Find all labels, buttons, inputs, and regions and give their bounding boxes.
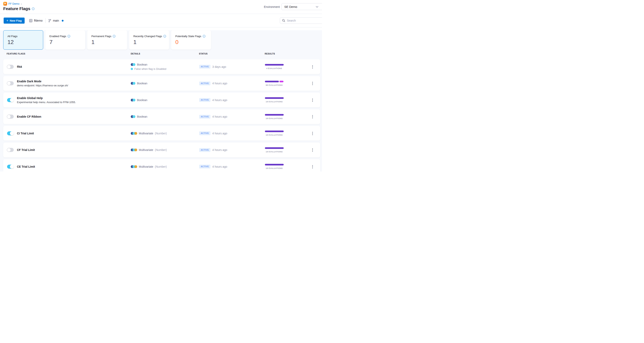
breadcrumb-chevron-icon: › — [21, 2, 22, 5]
results-bar — [265, 147, 284, 149]
flag-type-label: Multivariate — [139, 148, 153, 152]
status-badge: ACTIVE — [199, 115, 210, 119]
feature-flags-page: FF Demo › Feature Flags Environment SE D… — [0, 0, 322, 172]
kebab-menu-button[interactable] — [310, 92, 315, 107]
kebab-menu-button[interactable] — [310, 109, 315, 124]
status-time: 4 hours ago — [212, 82, 227, 85]
evaluations-label: 19 EVALUATIONS — [266, 100, 283, 103]
flag-toggle[interactable] — [7, 114, 14, 119]
environment-select[interactable]: SE Demo — [282, 3, 322, 10]
plus-icon — [6, 19, 8, 22]
evaluations-label: 19 EVALUATIONS — [266, 134, 283, 136]
filter-card[interactable]: Recently Changed Flags 1 — [129, 30, 169, 50]
branch-name: main — [53, 19, 59, 22]
flag-toggle[interactable] — [7, 131, 14, 136]
flag-row[interactable]: ff44 Boolean False when flag is Disabled… — [3, 59, 320, 74]
kebab-menu-button[interactable] — [310, 59, 315, 74]
info-icon[interactable] — [203, 35, 206, 38]
flag-default-note: False when flag is Disabled — [131, 68, 197, 70]
filter-card[interactable]: All Flags 12 — [3, 30, 43, 50]
kebab-menu-button[interactable] — [310, 76, 315, 91]
search-input[interactable] — [287, 19, 317, 22]
variation-dots-icon — [131, 165, 137, 168]
search-box — [280, 17, 322, 24]
toggle-knob — [7, 114, 11, 119]
flag-rows-list: ff44 Boolean False when flag is Disabled… — [0, 59, 322, 172]
flag-toggle[interactable] — [7, 65, 14, 69]
flag-toggle[interactable] — [7, 81, 14, 85]
filter-card-count: 7 — [50, 39, 85, 46]
repo-name: ffdemo — [34, 19, 43, 22]
status-badge: ACTIVE — [199, 65, 210, 68]
flag-type-label: Boolean — [137, 82, 147, 85]
table-header-row: FEATURE FLAGS DETAILS STATUS RESULTS — [0, 52, 322, 56]
status-badge: ACTIVE — [199, 131, 210, 135]
info-icon[interactable] — [113, 35, 116, 38]
flag-name: CF Trial Limit — [17, 148, 122, 152]
results-bar — [265, 81, 284, 82]
content-area: All Flags 12 Enabled Flags 7 Permanent F… — [0, 30, 322, 172]
evaluations-label: 98 EVALUATIONS — [266, 84, 283, 86]
flag-name: CI Trial Limit — [17, 132, 122, 135]
flag-row[interactable]: CF Trial Limit Multivariate (Number) ACT… — [3, 143, 320, 158]
repo-selector[interactable]: ffdemo — [29, 19, 43, 22]
results-bar — [265, 97, 284, 99]
flag-row[interactable]: CI Trial Limit Multivariate (Number) ACT… — [3, 126, 320, 141]
variation-dots-icon — [131, 132, 137, 135]
filter-card[interactable]: Potentially Stale Flags 0 — [171, 30, 211, 50]
filter-card-label: Permanent Flags — [92, 35, 111, 38]
flag-row[interactable]: CE Trial Limit Multivariate (Number) ACT… — [3, 159, 320, 172]
toggle-knob — [7, 81, 11, 85]
info-icon[interactable] — [68, 35, 70, 38]
breadcrumb: FF Demo › — [3, 2, 22, 6]
flag-subtitle: Experimental help menu. Associated to FF… — [17, 101, 122, 104]
info-icon[interactable] — [164, 35, 166, 38]
page-header: FF Demo › Feature Flags Environment SE D… — [0, 0, 322, 14]
flag-name: ff44 — [17, 65, 122, 68]
flag-name: Enable CF Ribbon — [17, 115, 122, 118]
flag-type-label: Multivariate — [139, 132, 153, 135]
status-time: 4 hours ago — [212, 115, 227, 118]
kebab-menu-button[interactable] — [310, 159, 315, 172]
toggle-knob — [10, 98, 14, 102]
flag-row[interactable]: Enable CF Ribbon Boolean ACTIVE 4 hours … — [3, 109, 320, 124]
filter-card[interactable]: Enabled Flags 7 — [45, 30, 85, 50]
breadcrumb-project-link[interactable]: FF Demo — [8, 2, 19, 5]
flag-row[interactable]: Enable Dark Mode demo endpoint: https://… — [3, 76, 320, 91]
kebab-menu-button[interactable] — [310, 143, 315, 158]
flag-subtitle: demo endpoint: https://harness-se.surge.… — [17, 84, 122, 87]
filter-cards-row: All Flags 12 Enabled Flags 7 Permanent F… — [3, 30, 322, 50]
title-row: Feature Flags — [3, 6, 34, 11]
filter-card-count: 0 — [175, 39, 211, 46]
info-icon[interactable] — [32, 8, 34, 10]
status-badge: ACTIVE — [199, 82, 210, 85]
toggle-knob — [7, 65, 11, 69]
flag-type-note: (Number) — [155, 165, 167, 168]
variation-dots-icon — [131, 82, 136, 85]
flag-type-label: Multivariate — [139, 165, 153, 168]
kebab-menu-button[interactable] — [310, 126, 315, 141]
filter-card-count: 1 — [92, 39, 127, 46]
branch-selector[interactable]: main — [48, 19, 63, 22]
flag-type-label: Boolean — [137, 98, 147, 102]
flag-toggle[interactable] — [7, 165, 14, 169]
flag-toggle[interactable] — [7, 148, 14, 152]
flag-type-label: Boolean — [137, 63, 147, 66]
new-flag-button-label: New Flag — [10, 19, 22, 22]
evaluations-label: 19 EVALUATIONS — [266, 167, 283, 169]
search-icon — [282, 19, 285, 22]
filter-card-count: 1 — [133, 39, 169, 46]
note-text: False when flag is Disabled — [134, 68, 166, 70]
flag-toggle[interactable] — [7, 98, 14, 102]
filter-card-label: Enabled Flags — [50, 35, 66, 38]
environment-label: Environment — [264, 5, 280, 8]
filter-card[interactable]: Permanent Flags 1 — [87, 30, 127, 50]
environment-value: SE Demo — [284, 5, 297, 8]
variation-dots-icon — [131, 148, 137, 151]
note-dot-icon — [131, 68, 133, 70]
flag-row[interactable]: Enable Global Help Experimental help men… — [3, 92, 320, 107]
status-time: 4 hours ago — [212, 132, 227, 135]
flag-type-label: Boolean — [137, 115, 147, 118]
new-flag-button[interactable]: New Flag — [4, 18, 24, 24]
variation-dots-icon — [131, 115, 136, 118]
